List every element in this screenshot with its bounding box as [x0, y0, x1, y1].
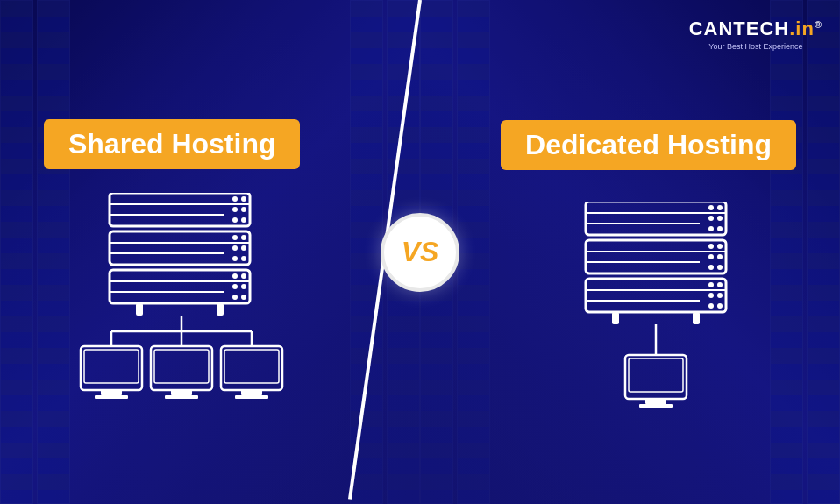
svg-point-50: [717, 205, 723, 210]
svg-rect-39: [154, 350, 209, 383]
svg-point-62: [708, 265, 714, 270]
svg-rect-74: [693, 312, 700, 324]
svg-point-52: [717, 216, 723, 221]
svg-point-15: [241, 245, 246, 251]
svg-rect-46: [586, 202, 726, 235]
svg-rect-36: [101, 390, 122, 395]
svg-rect-78: [645, 399, 666, 404]
svg-rect-35: [84, 350, 139, 383]
svg-point-58: [708, 244, 714, 249]
svg-point-61: [717, 254, 723, 259]
logo-text: CANTECH.in®: [689, 18, 822, 40]
svg-rect-55: [586, 240, 726, 273]
dedicated-hosting-label: Dedicated Hosting: [501, 120, 796, 170]
svg-point-59: [717, 244, 723, 249]
svg-point-4: [241, 196, 246, 202]
svg-point-69: [708, 293, 714, 298]
svg-rect-27: [136, 303, 143, 316]
svg-point-68: [717, 282, 723, 287]
svg-point-22: [241, 273, 246, 279]
logo-tld: .in: [789, 18, 815, 39]
logo: CANTECH.in® Your Best Host Experience: [689, 18, 822, 51]
svg-point-24: [241, 284, 246, 289]
svg-point-54: [717, 226, 723, 231]
svg-rect-64: [586, 279, 726, 312]
logo-brand: CANTECH: [689, 18, 790, 39]
svg-point-7: [232, 217, 238, 223]
svg-rect-73: [612, 312, 619, 324]
svg-point-17: [241, 256, 246, 261]
svg-point-51: [708, 216, 714, 221]
svg-point-14: [232, 245, 238, 251]
svg-point-16: [232, 256, 238, 261]
svg-point-13: [241, 235, 246, 240]
svg-rect-37: [95, 395, 128, 399]
svg-rect-43: [224, 350, 279, 383]
svg-point-12: [232, 235, 238, 240]
svg-rect-18: [110, 270, 250, 303]
shared-server-icon: [70, 193, 298, 433]
svg-point-3: [232, 196, 238, 202]
svg-rect-9: [110, 231, 250, 265]
svg-point-25: [232, 295, 238, 300]
svg-rect-40: [171, 390, 192, 395]
svg-point-60: [708, 254, 714, 259]
svg-rect-77: [629, 358, 683, 392]
svg-rect-0: [110, 193, 250, 226]
svg-point-8: [241, 217, 246, 223]
svg-point-26: [241, 295, 246, 300]
svg-rect-44: [241, 390, 262, 395]
svg-rect-45: [235, 395, 268, 399]
svg-point-70: [717, 293, 723, 298]
svg-rect-28: [217, 303, 224, 316]
svg-rect-41: [165, 395, 198, 399]
shared-hosting-label: Shared Hosting: [44, 119, 300, 169]
dedicated-server-icon: [559, 202, 752, 442]
main-container: CANTECH.in® Your Best Host Experience Sh…: [0, 0, 840, 504]
svg-point-6: [241, 207, 246, 212]
svg-point-63: [717, 265, 723, 270]
svg-point-21: [232, 273, 238, 279]
svg-point-67: [708, 282, 714, 287]
svg-point-49: [708, 205, 714, 210]
logo-tagline: Your Best Host Experience: [689, 42, 822, 51]
svg-point-5: [232, 207, 238, 212]
vs-circle: VS: [381, 213, 459, 292]
svg-point-23: [232, 284, 238, 289]
vs-text: VS: [402, 236, 439, 268]
svg-rect-79: [639, 404, 673, 408]
svg-point-71: [708, 303, 714, 309]
svg-point-53: [708, 226, 714, 231]
logo-registered: ®: [815, 19, 822, 30]
svg-point-72: [717, 303, 723, 309]
